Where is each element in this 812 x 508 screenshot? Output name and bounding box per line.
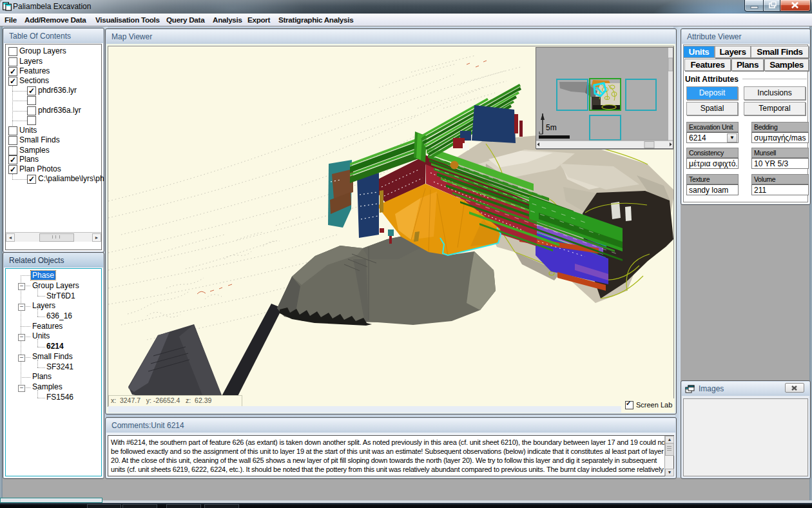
- svg-text:5m: 5m: [546, 123, 557, 132]
